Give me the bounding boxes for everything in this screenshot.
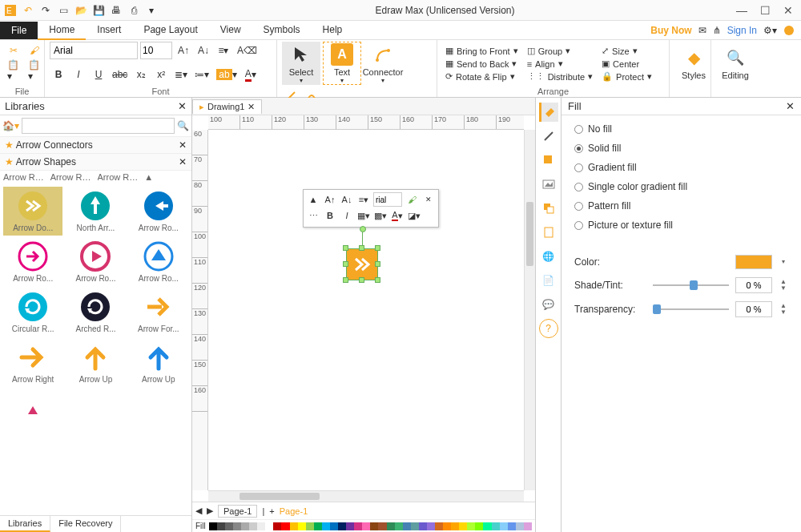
swatch[interactable] xyxy=(370,522,378,530)
mini-align-icon[interactable]: ≡▾ xyxy=(356,192,371,207)
export-icon[interactable]: ⎙ xyxy=(127,3,141,18)
mail-icon[interactable]: ✉ xyxy=(698,25,706,36)
bold-button[interactable]: B xyxy=(50,66,67,83)
swatch[interactable] xyxy=(524,522,532,530)
app-icon[interactable]: E xyxy=(3,3,18,18)
category-arrow-connectors[interactable]: ★ Arrow Connectors✕ xyxy=(0,137,191,154)
page-next-icon[interactable]: ▶ xyxy=(207,506,213,516)
line-spacing-icon[interactable]: ≣▾ xyxy=(172,66,190,83)
open-icon[interactable]: 📂 xyxy=(74,3,88,18)
swatch[interactable] xyxy=(354,522,362,530)
color-swatch-strip[interactable] xyxy=(209,522,532,530)
scroll-up-icon[interactable]: ▲ xyxy=(144,172,188,182)
swatch[interactable] xyxy=(265,522,273,530)
mini-dotted-icon[interactable]: ⋯ xyxy=(306,208,320,223)
shape-north-arrow[interactable]: North Arr... xyxy=(66,187,125,236)
swatch[interactable] xyxy=(395,522,403,530)
protect-button[interactable]: 🔒 Protect ▾ xyxy=(598,71,655,83)
shape-arrow-double[interactable]: Arrow Do... xyxy=(3,187,62,236)
fill-opt-no-fill[interactable]: No fill xyxy=(574,123,788,135)
mini-close-icon[interactable]: ✕ xyxy=(421,192,436,207)
tab-view[interactable]: View xyxy=(209,21,252,40)
swatch[interactable] xyxy=(403,522,411,530)
minimize-button[interactable]: — xyxy=(736,4,747,17)
shape-partial[interactable] xyxy=(3,389,62,427)
category-arrow-shapes[interactable]: ★ Arrow Shapes✕ xyxy=(0,154,191,171)
color-dropdown-icon[interactable]: ▾ xyxy=(779,259,788,265)
shape-arrow-left-circle[interactable]: Arrow Ro... xyxy=(129,187,188,236)
swatch[interactable] xyxy=(225,522,233,530)
swatch[interactable] xyxy=(290,522,298,530)
line-tab-icon[interactable] xyxy=(539,127,558,146)
tab-home[interactable]: Home xyxy=(38,21,86,40)
mini-pointer-icon[interactable]: ▲ xyxy=(306,192,320,207)
horizontal-scrollbar[interactable] xyxy=(208,490,524,502)
italic-button[interactable]: I xyxy=(70,66,87,83)
save-icon[interactable]: 💾 xyxy=(91,3,106,18)
tab-page-layout[interactable]: Page Layout xyxy=(132,21,208,40)
v-scroll-thumb[interactable] xyxy=(526,202,533,266)
fill-opt-gradient[interactable]: Gradient fill xyxy=(574,162,788,173)
center-button[interactable]: ▣ Center xyxy=(598,58,655,70)
page-prev-icon[interactable]: ◀ xyxy=(195,506,202,516)
shade-spinner[interactable]: ▲▼ xyxy=(779,279,788,292)
strike-button[interactable]: abc xyxy=(110,66,130,83)
shade-input[interactable] xyxy=(735,277,772,293)
swatch[interactable] xyxy=(362,522,370,530)
clipboard-icon[interactable]: 📋▾ xyxy=(26,62,43,79)
fill-panel-close-icon[interactable]: ✕ xyxy=(786,100,795,112)
help-tab-icon[interactable]: ? xyxy=(539,319,558,338)
tab-file-recovery[interactable]: File Recovery xyxy=(50,516,121,532)
close-button[interactable]: ✕ xyxy=(783,4,793,17)
superscript-button[interactable]: x² xyxy=(152,66,170,83)
shade-slider-thumb[interactable] xyxy=(690,280,698,290)
fill-opt-picture[interactable]: Picture or texture fill xyxy=(574,220,788,231)
font-size-select[interactable] xyxy=(140,42,172,59)
shape-arrow-right[interactable]: Arrow Right xyxy=(3,338,62,387)
shape-arrow-right-outline[interactable]: Arrow Ro... xyxy=(3,237,62,286)
swatch[interactable] xyxy=(475,522,483,530)
mini-line-icon[interactable]: ▩▾ xyxy=(373,208,388,223)
library-home-icon[interactable]: 🏠▾ xyxy=(2,120,19,131)
font-family-select[interactable] xyxy=(50,42,138,59)
swatch[interactable] xyxy=(314,522,322,530)
add-page-icon[interactable]: + xyxy=(269,506,274,516)
clear-format-icon[interactable]: A⌫ xyxy=(235,42,260,59)
gear-icon[interactable]: ⚙▾ xyxy=(763,25,777,36)
handle-sw[interactable] xyxy=(343,277,348,283)
rotate-flip-button[interactable]: ⟳ Rotate & Flip ▾ xyxy=(442,71,521,83)
swatch[interactable] xyxy=(249,522,257,530)
buy-now-link[interactable]: Buy Now xyxy=(650,25,691,36)
bullet-list-icon[interactable]: ≔▾ xyxy=(192,66,211,83)
doc-tab-icon[interactable]: 📄 xyxy=(539,271,558,290)
mini-font-input[interactable] xyxy=(373,192,402,207)
rotation-handle[interactable] xyxy=(360,226,366,232)
select-tool[interactable]: Select ▾ xyxy=(282,42,320,85)
swatch[interactable] xyxy=(330,522,338,530)
fill-opt-pattern[interactable]: Pattern fill xyxy=(574,200,788,212)
tab-insert[interactable]: Insert xyxy=(86,21,132,40)
library-search-icon[interactable]: 🔍 xyxy=(177,120,189,131)
swatch[interactable] xyxy=(443,522,451,530)
swatch[interactable] xyxy=(419,522,427,530)
send-back-button[interactable]: ▦ Send to Back ▾ xyxy=(442,58,521,70)
shape-circular-refresh[interactable]: Circular R... xyxy=(3,288,62,337)
handle-nw[interactable] xyxy=(343,245,348,251)
bring-front-button[interactable]: ▦ Bring to Front ▾ xyxy=(442,45,521,57)
swatch[interactable] xyxy=(467,522,475,530)
transparency-input[interactable] xyxy=(735,301,772,317)
tab-libraries[interactable]: Libraries xyxy=(0,516,50,532)
color-picker-button[interactable] xyxy=(735,255,772,269)
paste-icon[interactable]: ✂ xyxy=(5,42,22,59)
page-tab-icon[interactable] xyxy=(539,223,558,242)
mini-brush-icon[interactable]: 🖌 xyxy=(405,192,419,207)
swatch[interactable] xyxy=(427,522,435,530)
transparency-slider-thumb[interactable] xyxy=(653,304,661,314)
tab-symbols[interactable]: Symbols xyxy=(252,21,312,40)
mini-inc-font-icon[interactable]: A↑ xyxy=(323,192,337,207)
handle-e[interactable] xyxy=(375,261,380,267)
shape-arrow-forward[interactable]: Arrow For... xyxy=(129,288,188,337)
undo-icon[interactable]: ↶ xyxy=(21,3,35,18)
mini-dec-font-icon[interactable]: A↓ xyxy=(340,192,354,207)
logo-icon[interactable] xyxy=(783,25,795,36)
